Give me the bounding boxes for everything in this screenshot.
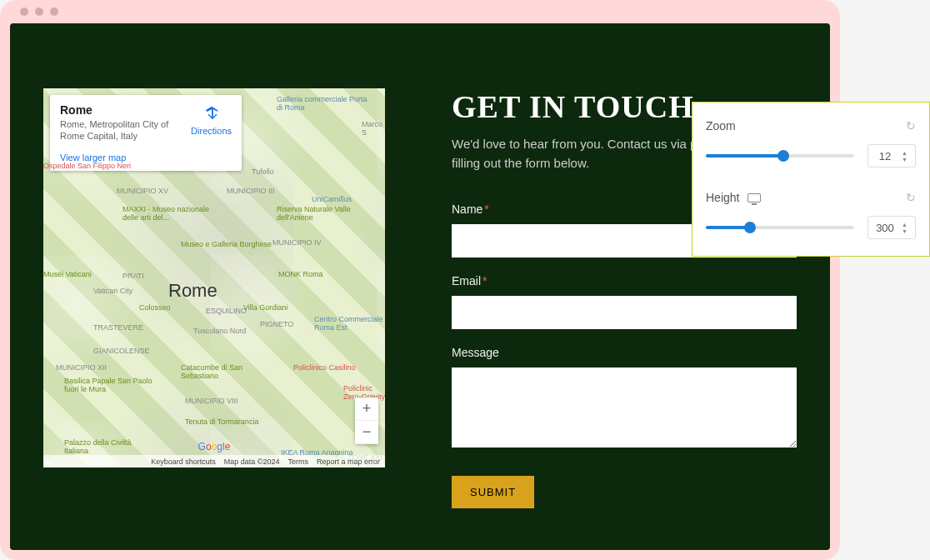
zoom-number-input[interactable]: ▲▼: [868, 144, 916, 168]
map-poi-label: Catacombe di San Sebastiano: [181, 363, 272, 380]
message-label: Message: [452, 346, 797, 359]
map-poi-label: Basilica Papale San Paolo fuori le Mura: [64, 377, 156, 393]
height-label: Height: [706, 191, 761, 204]
map-poi-label: Centro Commerciale Roma Est: [314, 315, 385, 332]
map-poi-label: Museo e Galleria Borghese: [181, 240, 272, 248]
traffic-light-yellow[interactable]: [35, 8, 43, 16]
stepper-arrows[interactable]: ▲▼: [902, 222, 911, 234]
message-textarea[interactable]: [452, 368, 797, 448]
map-poi-label: MONK Roma: [278, 270, 323, 278]
map-poi-label: Marco S: [362, 120, 385, 137]
map-poi-label: Tuscolano Nord: [193, 327, 246, 335]
map-poi-label: Colosseo: [139, 303, 171, 312]
email-label: Email*: [452, 274, 797, 288]
map-poi-label: PIGNETO: [260, 320, 293, 328]
map-poi-label: Galleria commerciale Porta di Roma: [277, 95, 368, 112]
map-poi-label: PRATI: [122, 272, 144, 280]
settings-panel: Zoom ↻ ▲▼ Height ↻: [692, 102, 930, 257]
map-city-label: Rome: [168, 280, 218, 302]
google-logo: Google: [198, 441, 231, 452]
zoom-label: Zoom: [706, 119, 736, 132]
map-poi-label: UniCamillus: [312, 195, 352, 203]
map-poi-label: Musei Vaticani: [43, 270, 92, 278]
map-poi-label: Tenuta di Tormarancia: [185, 418, 258, 426]
map-zoom-out-button[interactable]: −: [355, 421, 378, 444]
email-input[interactable]: [452, 296, 797, 329]
map-location-subtitle: Rome, Metropolitan City of Rome Capital,…: [60, 118, 191, 142]
map-poi-label: Villa Gordiani: [243, 303, 288, 312]
map-poi-label: Policlinico Casilino: [293, 363, 356, 372]
map-poi-label: MUNICIPIO VIII: [185, 397, 238, 405]
map-poi-label: Tufello: [252, 168, 274, 176]
reset-icon[interactable]: ↻: [906, 191, 916, 204]
desktop-icon[interactable]: [748, 193, 761, 202]
map-poi-label: MUNICIPIO III: [227, 187, 275, 195]
directions-button[interactable]: Directions: [191, 103, 232, 136]
map-poi-label: Vatican City: [93, 287, 132, 295]
terms-link[interactable]: Terms: [288, 458, 308, 466]
map-poi-label: Riserva Naturale Valle dell'Aniene: [277, 205, 368, 222]
submit-button[interactable]: SUBMIT: [452, 476, 534, 508]
height-number-input[interactable]: ▲▼: [868, 216, 916, 239]
map-info-card: Rome Rome, Metropolitan City of Rome Cap…: [50, 95, 242, 171]
view-larger-map-link[interactable]: View larger map: [60, 152, 232, 162]
traffic-light-green[interactable]: [50, 8, 58, 16]
map-poi-label: MUNICIPIO XV: [117, 187, 168, 195]
map-attribution: Keyboard shortcuts Map data ©2024 Terms …: [43, 455, 385, 468]
reset-icon[interactable]: ↻: [906, 119, 916, 132]
embedded-map[interactable]: Rome Rome, Metropolitan City of Rome Cap…: [43, 88, 385, 468]
map-zoom-in-button[interactable]: +: [355, 398, 378, 421]
browser-chrome: [0, 0, 840, 23]
report-error-link[interactable]: Report a map error: [317, 458, 380, 466]
map-poi-label: MAXXI - Museo nazionale delle arti del..…: [122, 205, 214, 222]
map-poi-label: Palazzo della Civiltà Italiana: [64, 438, 156, 455]
map-zoom-controls: + −: [355, 398, 378, 444]
directions-icon: [191, 103, 232, 126]
map-poi-label: TRASTEVERE: [93, 323, 143, 332]
map-location-title: Rome: [60, 103, 191, 117]
map-poi-label: Ospedale San Filippo Neri: [43, 162, 131, 170]
height-slider[interactable]: [706, 226, 854, 229]
map-poi-label: ESQUILINO: [206, 307, 247, 315]
stepper-arrows[interactable]: ▲▼: [902, 150, 911, 162]
keyboard-shortcuts-link[interactable]: Keyboard shortcuts: [151, 458, 216, 466]
browser-window: Rome Rome, Metropolitan City of Rome Cap…: [0, 0, 840, 560]
map-poi-label: MUNICIPIO IV: [272, 238, 322, 247]
map-poi-label: GIANICOLENSE: [93, 347, 150, 355]
map-poi-label: MUNICIPIO XII: [56, 363, 107, 372]
map-data-text: Map data ©2024: [224, 458, 280, 466]
zoom-slider[interactable]: [706, 154, 854, 158]
traffic-light-red[interactable]: [20, 8, 28, 16]
